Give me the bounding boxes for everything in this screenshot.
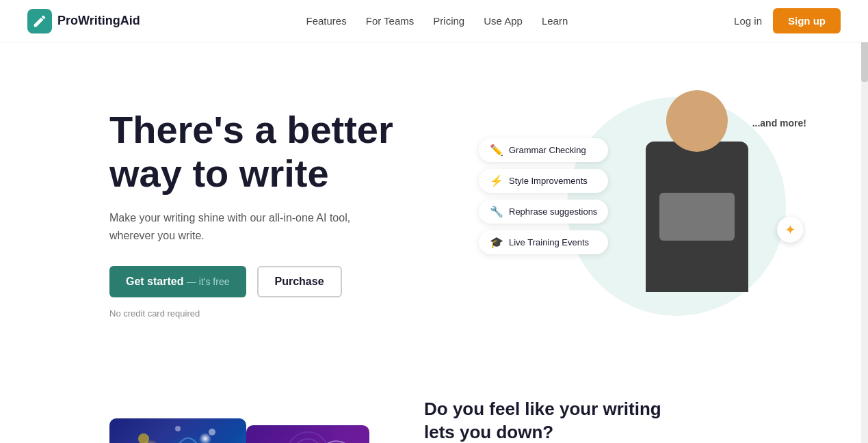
svg-point-0: [138, 433, 149, 443]
brand-logo-link[interactable]: ProWritingAid: [27, 9, 140, 33]
hero-title: There's a better way to write: [109, 108, 465, 196]
starry-svg: [109, 418, 246, 443]
pill-grammar-label: Grammar Checking: [509, 145, 586, 155]
navbar-actions: Log in Sign up: [734, 8, 841, 33]
get-started-label: Get started: [126, 276, 183, 287]
purple-card: [246, 425, 369, 443]
brand-name-text: ProWritingAid: [57, 14, 140, 28]
hero-section: There's a better way to write Make your …: [0, 42, 868, 371]
svg-point-3: [175, 426, 181, 431]
lower-heading: Do you feel like your writing lets you d…: [424, 398, 684, 443]
svg-point-4: [287, 432, 328, 443]
hero-content: There's a better way to write Make your …: [109, 108, 465, 319]
starry-night-card: My idea in my head: [109, 418, 246, 443]
nav-features[interactable]: Features: [306, 15, 347, 27]
login-button[interactable]: Log in: [734, 15, 762, 27]
nav-use-app[interactable]: Use App: [484, 15, 523, 27]
nav-pricing[interactable]: Pricing: [433, 15, 464, 27]
feature-pills: ✏️ Grammar Checking ⚡ Style Improvements…: [479, 138, 608, 254]
signup-button[interactable]: Sign up: [773, 8, 841, 33]
no-credit-text: No credit card required: [109, 308, 465, 319]
lower-section: My idea in my head Do you feel like your…: [0, 371, 868, 443]
svg-point-1: [209, 429, 215, 435]
pill-rephrase: 🔧 Rephrase suggestions: [479, 200, 608, 224]
rephrase-icon: 🔧: [490, 205, 503, 218]
pill-grammar: ✏️ Grammar Checking: [479, 138, 608, 162]
nav-learn[interactable]: Learn: [542, 15, 568, 27]
hero-illustration: ...and more! ✏️ Grammar Checking ⚡ Style…: [465, 83, 841, 343]
scrollbar-track[interactable]: [861, 0, 868, 443]
get-started-button[interactable]: Get started — it's free: [109, 266, 246, 297]
laptop: [659, 193, 735, 241]
pill-rephrase-label: Rephrase suggestions: [509, 206, 597, 217]
free-text: — it's free: [187, 276, 230, 287]
navbar: ProWritingAid Features For Teams Pricing…: [0, 0, 868, 42]
brand-logo-icon: [27, 9, 52, 33]
training-icon: 🎓: [490, 236, 503, 249]
style-icon: ⚡: [490, 174, 503, 187]
pill-training: 🎓 Live Training Events: [479, 230, 608, 254]
lower-text: Do you feel like your writing lets you d…: [424, 384, 841, 443]
svg-point-5: [294, 439, 321, 443]
purple-svg: [246, 425, 369, 443]
person-illustration: [629, 90, 765, 343]
logo-svg: [32, 14, 47, 29]
sparkle-badge: ✦: [777, 217, 803, 243]
pill-training-label: Live Training Events: [509, 237, 589, 247]
nav-for-teams[interactable]: For Teams: [366, 15, 415, 27]
purchase-button[interactable]: Purchase: [257, 266, 342, 297]
pill-style: ⚡ Style Improvements: [479, 169, 608, 193]
pill-style-label: Style Improvements: [509, 176, 588, 186]
lower-image-area: My idea in my head: [109, 384, 369, 443]
hero-subtitle: Make your writing shine with our all-in-…: [109, 209, 356, 244]
hero-buttons: Get started — it's free Purchase: [109, 266, 465, 297]
nav-links: Features For Teams Pricing Use App Learn: [306, 15, 568, 27]
grammar-icon: ✏️: [490, 144, 503, 157]
person-head: [666, 90, 728, 152]
